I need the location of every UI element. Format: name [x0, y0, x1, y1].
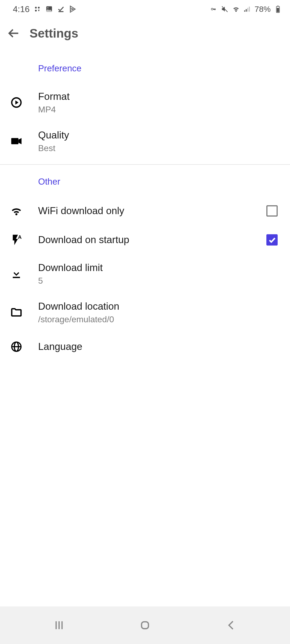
- status-time: 4:16: [13, 4, 30, 14]
- app-bar: Settings: [0, 18, 290, 48]
- setting-download-location-title: Download location: [38, 300, 278, 313]
- settings-content: Preference Format MP4 Quality Best Other…: [0, 48, 290, 362]
- svg-rect-23: [13, 277, 20, 278]
- play-circle-icon: [10, 96, 23, 109]
- setting-download-limit[interactable]: Download limit 5: [0, 254, 290, 293]
- svg-text:A: A: [18, 234, 22, 240]
- section-header-preference: Preference: [0, 63, 290, 74]
- setting-download-location-value: /storage/emulated/0: [38, 314, 278, 324]
- system-nav-bar: [0, 606, 290, 644]
- nav-recents-button[interactable]: [43, 617, 75, 633]
- svg-rect-11: [246, 9, 247, 12]
- section-header-other: Other: [0, 177, 290, 187]
- arrow-left-icon: [7, 27, 20, 40]
- status-dots-icon: [33, 5, 41, 13]
- setting-quality-value: Best: [38, 143, 278, 153]
- nav-back-button[interactable]: [215, 617, 247, 633]
- page-title: Settings: [30, 26, 78, 41]
- svg-marker-21: [19, 138, 22, 144]
- status-vpn-icon: [209, 5, 218, 13]
- svg-rect-20: [11, 138, 19, 144]
- setting-format-title: Format: [38, 90, 278, 103]
- svg-point-4: [48, 8, 49, 8]
- status-wifi-icon: [232, 5, 240, 13]
- back-chevron-icon: [225, 619, 237, 631]
- svg-rect-8: [214, 9, 215, 10]
- status-bar: 4:16 78%: [0, 0, 290, 18]
- svg-point-5: [211, 8, 213, 10]
- status-battery-text: 78%: [255, 5, 271, 14]
- startup-checkbox[interactable]: [266, 234, 278, 246]
- flash-auto-icon: A: [10, 234, 23, 246]
- svg-rect-7: [215, 9, 215, 10]
- wifi-icon: [10, 205, 23, 217]
- setting-startup-title: Download on startup: [38, 234, 266, 246]
- check-icon: [268, 236, 276, 244]
- recents-icon: [53, 619, 65, 631]
- status-battery-icon: [274, 5, 282, 13]
- download-icon: [10, 268, 23, 280]
- setting-startup[interactable]: A Download on startup: [0, 225, 290, 254]
- home-icon: [139, 619, 151, 631]
- setting-download-location[interactable]: Download location /storage/emulated/0: [0, 293, 290, 332]
- setting-quality[interactable]: Quality Best: [0, 122, 290, 160]
- nav-home-button[interactable]: [129, 617, 161, 633]
- svg-point-1: [38, 7, 40, 8]
- status-mute-icon: [221, 5, 229, 13]
- status-play-icon: [69, 5, 77, 13]
- status-right: 78%: [209, 5, 282, 14]
- wifi-only-checkbox[interactable]: [266, 205, 278, 217]
- svg-point-2: [35, 10, 37, 11]
- svg-rect-30: [142, 622, 148, 629]
- setting-download-limit-title: Download limit: [38, 262, 278, 274]
- status-left: 4:16: [13, 4, 77, 14]
- setting-format[interactable]: Format MP4: [0, 83, 290, 122]
- svg-rect-10: [244, 10, 245, 12]
- folder-icon: [10, 306, 23, 319]
- svg-rect-15: [277, 6, 279, 6]
- setting-language[interactable]: Language: [0, 332, 290, 362]
- setting-quality-title: Quality: [38, 129, 278, 141]
- svg-rect-16: [277, 8, 279, 12]
- section-divider: [0, 164, 290, 165]
- svg-rect-13: [249, 7, 250, 12]
- video-camera-icon: [10, 135, 23, 147]
- setting-download-limit-value: 5: [38, 276, 278, 286]
- setting-language-title: Language: [38, 341, 278, 353]
- status-signal-icon: [243, 5, 251, 13]
- status-check-icon: [57, 5, 65, 13]
- svg-rect-12: [247, 8, 248, 12]
- svg-marker-19: [15, 100, 19, 104]
- setting-wifi-only[interactable]: WiFi download only: [0, 196, 290, 225]
- svg-point-0: [35, 7, 37, 8]
- back-button[interactable]: [7, 27, 20, 40]
- setting-wifi-only-title: WiFi download only: [38, 205, 266, 217]
- status-image-icon: [45, 5, 53, 13]
- globe-icon: [10, 341, 23, 353]
- setting-format-value: MP4: [38, 105, 278, 115]
